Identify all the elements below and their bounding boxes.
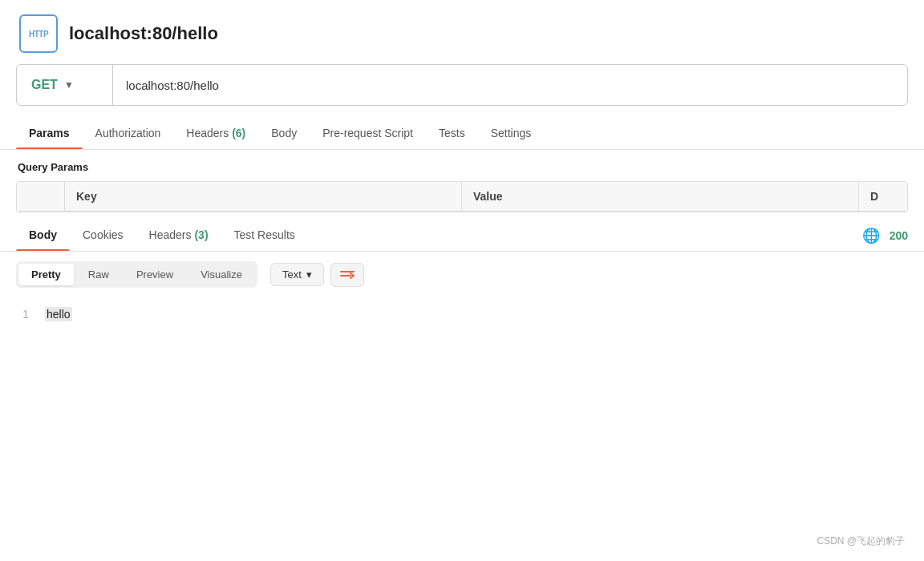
code-line: 1 hello [16,307,908,321]
tab-authorization[interactable]: Authorization [83,119,174,149]
request-tabs-nav: Params Authorization Headers (6) Body Pr… [0,119,924,150]
globe-icon[interactable]: 🌐 [862,227,880,244]
response-tab-body[interactable]: Body [16,220,70,251]
method-selector[interactable]: GET ▼ [17,65,113,105]
col-check [17,182,65,211]
tab-body[interactable]: Body [258,119,310,149]
response-tab-headers[interactable]: Headers (3) [136,220,221,251]
col-value-header: Value [462,182,859,211]
query-params-table-header: Key Value D [17,182,907,212]
method-label: GET [31,78,58,92]
wrap-lines-icon [339,268,355,281]
wrap-button[interactable] [330,263,364,287]
chevron-down-icon: ▾ [306,268,312,280]
tab-tests[interactable]: Tests [426,119,478,149]
query-params-table: Key Value D [16,181,908,212]
url-bar: GET ▼ [16,64,908,106]
tab-pre-request-script[interactable]: Pre-request Script [310,119,426,149]
status-badge: 200 [890,229,908,242]
col-key-header: Key [65,182,462,211]
page-title: localhost:80/hello [69,23,218,44]
tab-params[interactable]: Params [16,119,83,149]
code-content: hello [45,307,72,321]
col-desc-header: D [859,182,907,211]
format-tab-preview[interactable]: Preview [124,264,186,285]
response-tabs-nav: Body Cookies Headers (3) Test Results 🌐 … [0,220,924,252]
text-format-selector[interactable]: Text ▾ [270,263,324,286]
format-tab-visualize[interactable]: Visualize [188,264,255,285]
query-params-section-title: Query Params [0,150,924,181]
response-tab-test-results[interactable]: Test Results [221,220,308,251]
line-number: 1 [16,308,29,321]
format-tabs: Pretty Raw Preview Visualize [16,261,257,288]
url-input[interactable] [113,79,907,92]
watermark: CSDN @飞起的豹子 [817,535,905,548]
response-format-bar: Pretty Raw Preview Visualize Text ▾ [0,252,924,297]
tab-settings[interactable]: Settings [478,119,545,149]
response-meta: 🌐 200 [862,227,908,244]
format-tab-raw[interactable]: Raw [75,264,122,285]
http-badge-icon: HTTP [19,14,58,53]
app-header: HTTP localhost:80/hello [0,0,924,64]
tab-headers[interactable]: Headers (6) [173,119,258,149]
chevron-down-icon: ▼ [64,79,74,91]
response-tab-cookies[interactable]: Cookies [70,220,136,251]
format-tab-pretty[interactable]: Pretty [18,264,74,285]
response-code-area: 1 hello [0,297,924,331]
